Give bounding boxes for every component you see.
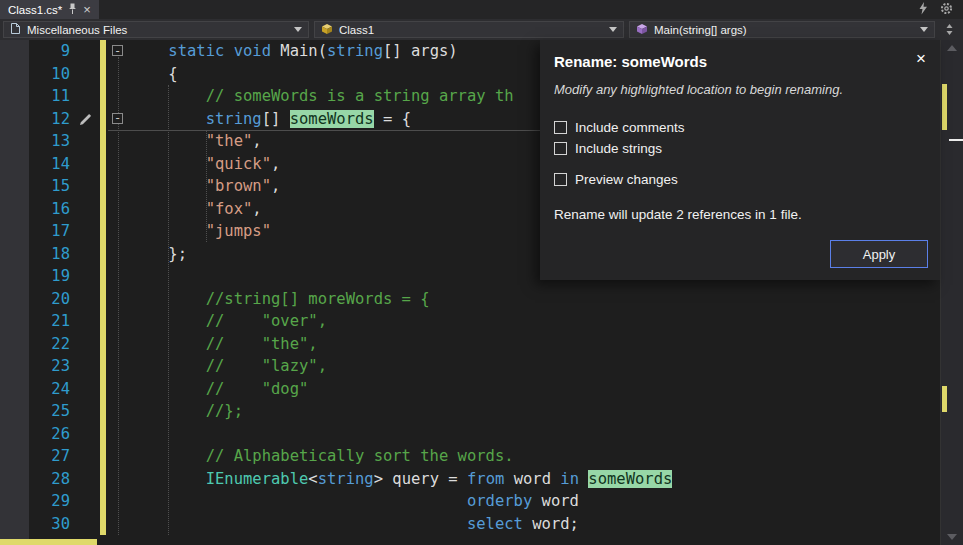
breakpoint-margin[interactable]	[0, 400, 29, 423]
checkbox-include-strings[interactable]: Include strings	[554, 141, 928, 156]
scrollbar-down-icon[interactable]	[947, 534, 957, 540]
outline-margin[interactable]	[106, 198, 131, 221]
nav-options-icon[interactable]	[943, 23, 956, 36]
code-text[interactable]: // "lazy",	[131, 355, 940, 378]
breakpoint-margin[interactable]	[0, 153, 29, 176]
outline-margin[interactable]	[106, 400, 131, 423]
breakpoint-margin[interactable]	[0, 175, 29, 198]
outline-margin[interactable]	[106, 288, 131, 311]
code-line-29[interactable]: 29 orderby word	[0, 490, 940, 513]
quick-actions-bolt-icon[interactable]	[918, 1, 928, 19]
code-text[interactable]: //string[] moreWords = {	[131, 288, 940, 311]
code-text[interactable]: //};	[131, 400, 940, 423]
pin-icon[interactable]	[68, 3, 77, 17]
checkbox-box[interactable]	[554, 142, 567, 155]
checkbox-include-comments[interactable]: Include comments	[554, 120, 928, 135]
breakpoint-margin[interactable]	[0, 423, 29, 446]
outline-margin[interactable]	[106, 310, 131, 333]
outline-margin[interactable]	[106, 355, 131, 378]
outline-margin[interactable]	[106, 513, 131, 536]
fold-collapse-icon[interactable]: -	[112, 113, 123, 124]
code-text[interactable]: IEnumerable<string> query = from word in…	[131, 468, 940, 491]
breakpoint-margin[interactable]	[0, 220, 29, 243]
breakpoint-margin[interactable]	[0, 265, 29, 288]
code-text[interactable]: // Alphabetically sort the words.	[131, 445, 940, 468]
breakpoint-margin[interactable]	[0, 310, 29, 333]
rename-info-text: Rename will update 2 references in 1 fil…	[554, 207, 928, 222]
checkbox-box[interactable]	[554, 173, 567, 186]
code-text[interactable]: // "the",	[131, 333, 940, 356]
code-line-26[interactable]: 26	[0, 423, 940, 446]
outline-margin[interactable]	[106, 445, 131, 468]
breakpoint-margin[interactable]	[0, 513, 29, 536]
outline-margin[interactable]	[106, 333, 131, 356]
project-dropdown[interactable]: Miscellaneous Files	[3, 21, 309, 38]
code-line-28[interactable]: 28 IEnumerable<string> query = from word…	[0, 468, 940, 491]
outline-margin[interactable]	[106, 153, 131, 176]
checkbox-label: Include comments	[575, 120, 685, 135]
settings-gear-icon[interactable]	[940, 1, 953, 19]
checkbox-preview-changes[interactable]: Preview changes	[554, 172, 928, 187]
outline-margin[interactable]	[106, 243, 131, 266]
outline-margin[interactable]	[106, 378, 131, 401]
member-dropdown[interactable]: Main(string[] args)	[629, 21, 935, 38]
outline-margin[interactable]	[106, 130, 131, 153]
outline-margin[interactable]	[106, 175, 131, 198]
breakpoint-margin[interactable]	[0, 243, 29, 266]
close-icon[interactable]: ×	[916, 50, 926, 67]
breakpoint-margin[interactable]	[0, 445, 29, 468]
code-line-27[interactable]: 27 // Alphabetically sort the words.	[0, 445, 940, 468]
scrollbar-up-icon[interactable]	[947, 45, 957, 51]
breakpoint-margin[interactable]	[0, 468, 29, 491]
code-text[interactable]: select word;	[131, 513, 940, 536]
outline-margin[interactable]	[106, 423, 131, 446]
code-line-23[interactable]: 23 // "lazy",	[0, 355, 940, 378]
breakpoint-margin[interactable]	[0, 198, 29, 221]
code-line-24[interactable]: 24 // "dog"	[0, 378, 940, 401]
class-dropdown[interactable]: Class1	[314, 21, 624, 38]
tab-class1[interactable]: Class1.cs* ×	[0, 0, 99, 19]
breakpoint-margin[interactable]	[0, 288, 29, 311]
outline-margin[interactable]: -	[106, 40, 131, 63]
code-text[interactable]: // "over",	[131, 310, 940, 333]
breakpoint-margin[interactable]	[0, 85, 29, 108]
outline-margin[interactable]	[106, 220, 131, 243]
line-number: 26	[29, 423, 75, 446]
code-text[interactable]: orderby word	[131, 490, 940, 513]
breakpoint-margin[interactable]	[0, 378, 29, 401]
project-dropdown-label: Miscellaneous Files	[27, 24, 127, 36]
code-line-25[interactable]: 25 //};	[0, 400, 940, 423]
dialog-title: Rename: someWords	[554, 53, 928, 70]
code-line-21[interactable]: 21 // "over",	[0, 310, 940, 333]
apply-button[interactable]: Apply	[830, 240, 928, 268]
breakpoint-margin[interactable]	[0, 108, 29, 131]
line-number: 30	[29, 513, 75, 536]
code-text[interactable]	[131, 423, 940, 446]
line-number: 20	[29, 288, 75, 311]
outline-margin[interactable]	[106, 85, 131, 108]
code-line-30[interactable]: 30 select word;	[0, 513, 940, 536]
fold-collapse-icon[interactable]: -	[112, 45, 123, 56]
glyph-margin	[75, 63, 100, 86]
code-text[interactable]: // "dog"	[131, 378, 940, 401]
code-line-22[interactable]: 22 // "the",	[0, 333, 940, 356]
glyph-margin	[75, 288, 100, 311]
checkbox-box[interactable]	[554, 121, 567, 134]
breakpoint-margin[interactable]	[0, 490, 29, 513]
line-number: 24	[29, 378, 75, 401]
breakpoint-margin[interactable]	[0, 130, 29, 153]
outline-margin[interactable]	[106, 490, 131, 513]
outline-margin[interactable]	[106, 468, 131, 491]
outline-margin[interactable]	[106, 265, 131, 288]
breakpoint-margin[interactable]	[0, 63, 29, 86]
vertical-scrollbar[interactable]	[940, 40, 963, 545]
glyph-margin	[75, 198, 100, 221]
glyph-margin	[75, 513, 100, 536]
code-line-20[interactable]: 20 //string[] moreWords = {	[0, 288, 940, 311]
outline-margin[interactable]: -	[106, 108, 131, 131]
outline-margin[interactable]	[106, 63, 131, 86]
breakpoint-margin[interactable]	[0, 333, 29, 356]
close-tab-icon[interactable]: ×	[83, 3, 91, 16]
breakpoint-margin[interactable]	[0, 40, 29, 63]
breakpoint-margin[interactable]	[0, 355, 29, 378]
